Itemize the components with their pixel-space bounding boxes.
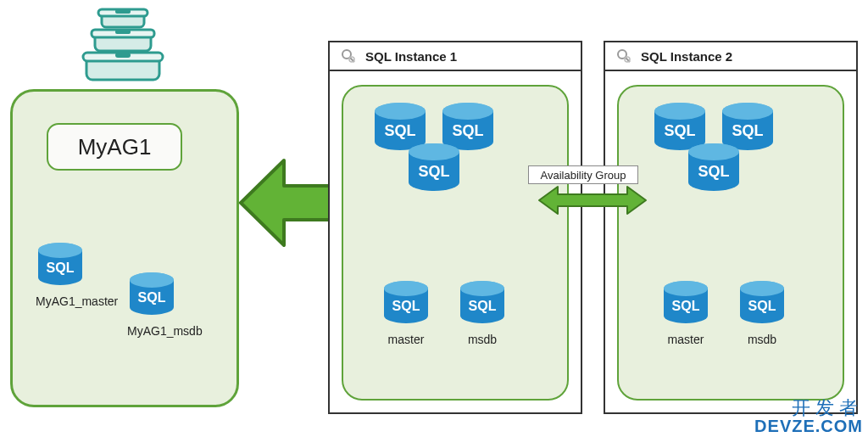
- instance-2-title: SQL Instance 2: [641, 49, 732, 64]
- svg-point-31: [654, 103, 705, 120]
- big-arrow-left-icon: [237, 157, 339, 249]
- sql-db-icon: SQL: [381, 280, 431, 329]
- svg-point-40: [384, 281, 428, 296]
- sql-instance-1-panel: SQL Instance 1: [328, 41, 582, 414]
- watermark-en: DEVZE.COM: [754, 417, 863, 435]
- double-arrow-icon: [537, 185, 648, 216]
- svg-text:SQL: SQL: [392, 299, 420, 313]
- containers-stack-icon: [76, 7, 170, 85]
- gear-magnifier-icon: [340, 48, 357, 64]
- svg-point-13: [130, 272, 174, 288]
- svg-rect-2: [115, 9, 131, 14]
- svg-point-34: [722, 103, 773, 120]
- svg-text:SQL: SQL: [664, 122, 695, 139]
- sql-db-icon: SQL: [661, 280, 710, 329]
- availability-group-title: MyAG1: [47, 123, 182, 171]
- ag-title-text: MyAG1: [78, 134, 152, 160]
- instance-1-header: SQL Instance 1: [330, 42, 581, 71]
- svg-text:SQL: SQL: [469, 299, 497, 313]
- instance2-master-db: SQL master: [661, 280, 710, 346]
- svg-text:SQL: SQL: [732, 122, 763, 139]
- availability-group-label-text: Availability Group: [541, 169, 626, 182]
- ag-db-msdb-label: MyAG1_msdb: [127, 324, 176, 338]
- svg-point-25: [442, 103, 493, 120]
- svg-point-28: [409, 143, 459, 160]
- svg-point-46: [664, 281, 708, 296]
- availability-group-label: Availability Group: [528, 165, 638, 184]
- svg-text:SQL: SQL: [748, 299, 776, 313]
- instance1-msdb-label: msdb: [458, 333, 507, 346]
- svg-point-10: [38, 243, 82, 258]
- svg-point-22: [375, 103, 426, 120]
- instance1-master-db: SQL master: [381, 280, 431, 346]
- svg-text:SQL: SQL: [138, 290, 166, 305]
- ag-db-master-label: MyAG1_master: [36, 294, 85, 308]
- svg-text:SQL: SQL: [672, 299, 700, 313]
- svg-text:SQL: SQL: [452, 122, 483, 139]
- ag-db-master: SQL MyAG1_master: [36, 242, 85, 308]
- sql-db-icon: SQL: [458, 280, 507, 329]
- instance1-ag-db-3: SQL: [405, 143, 463, 197]
- sql-db-icon: SQL: [737, 280, 787, 329]
- svg-text:SQL: SQL: [384, 122, 415, 139]
- sql-db-icon: SQL: [685, 143, 743, 197]
- svg-rect-8: [115, 53, 131, 58]
- watermark-cn: 开发者: [754, 398, 863, 417]
- svg-point-37: [688, 143, 739, 160]
- svg-rect-5: [115, 30, 131, 34]
- svg-point-49: [740, 281, 784, 296]
- instance2-msdb-label: msdb: [737, 333, 787, 346]
- svg-point-43: [460, 281, 504, 296]
- instance-1-title: SQL Instance 1: [365, 49, 457, 64]
- svg-text:SQL: SQL: [418, 163, 449, 180]
- sql-db-icon: SQL: [405, 143, 463, 197]
- sql-db-icon: SQL: [127, 272, 176, 321]
- ag-db-msdb: SQL MyAG1_msdb: [127, 272, 176, 338]
- sql-instance-2-panel: SQL Instance 2: [604, 41, 858, 414]
- instance2-msdb-db: SQL msdb: [737, 280, 787, 346]
- gear-magnifier-icon: [615, 48, 632, 64]
- svg-text:SQL: SQL: [698, 163, 729, 180]
- instance-2-header: SQL Instance 2: [605, 42, 856, 71]
- sql-db-icon: SQL: [36, 242, 85, 291]
- instance1-master-label: master: [381, 333, 431, 346]
- svg-text:SQL: SQL: [47, 261, 75, 275]
- instance2-master-label: master: [661, 333, 710, 346]
- instance1-msdb-db: SQL msdb: [458, 280, 507, 346]
- instance2-ag-db-3: SQL: [685, 143, 743, 197]
- watermark: 开发者 DEVZE.COM: [754, 398, 863, 435]
